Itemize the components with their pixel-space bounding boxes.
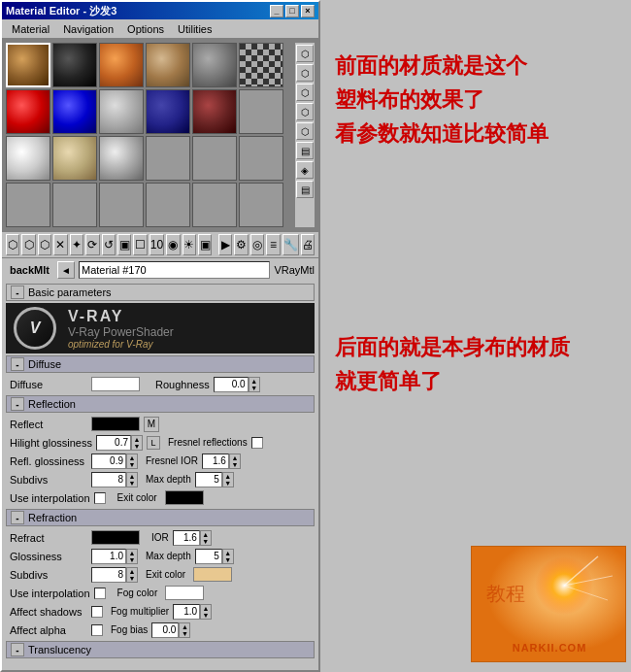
fog-mult-spin[interactable]: ▲▼ xyxy=(200,604,212,620)
refl-collapse[interactable]: - xyxy=(11,397,24,411)
material-name-input[interactable] xyxy=(79,261,270,279)
show-map-btn[interactable]: ▣ xyxy=(117,234,131,255)
preview-cell-13[interactable] xyxy=(52,136,97,181)
fresnel-ior-spin[interactable]: ▲▼ xyxy=(229,454,241,469)
num-btn[interactable]: 10 xyxy=(149,234,164,255)
affect-alpha-checkbox[interactable] xyxy=(91,624,103,636)
refl-gloss-spin[interactable]: ▲▼ xyxy=(126,454,138,469)
reset-btn[interactable]: ↺ xyxy=(102,234,116,255)
preview-cell-9[interactable] xyxy=(146,89,190,134)
refr-subdivs-spin[interactable]: ▲▼ xyxy=(126,567,138,583)
reflect-m-btn[interactable]: M xyxy=(144,417,159,432)
preview-cell-23[interactable] xyxy=(239,183,283,227)
max-depth-spin[interactable]: ▲▼ xyxy=(222,472,234,487)
affect-shadows-checkbox[interactable] xyxy=(91,606,103,618)
backlight-btn[interactable]: ☀ xyxy=(183,234,196,255)
refr-subdivs-input[interactable] xyxy=(91,567,126,583)
menu-navigation[interactable]: Navigation xyxy=(57,21,119,37)
fog-bias-spin[interactable]: ▲▼ xyxy=(179,622,190,638)
preview-cell-19[interactable] xyxy=(52,183,97,227)
preview-cell-5[interactable] xyxy=(239,43,283,87)
preview-cell-14[interactable] xyxy=(99,136,144,181)
fresnel-ior-input[interactable] xyxy=(202,454,229,469)
side-btn-7[interactable]: ◈ xyxy=(296,161,314,179)
back-arrow-btn[interactable]: ◄ xyxy=(57,261,75,279)
diffuse-collapse[interactable]: - xyxy=(11,357,24,371)
close-button[interactable]: × xyxy=(301,5,315,17)
maximize-button[interactable]: □ xyxy=(285,5,299,17)
refr-gloss-input[interactable] xyxy=(91,549,126,564)
hilight-spin[interactable]: ▲▼ xyxy=(131,435,143,451)
cleanup-btn[interactable]: 🔧 xyxy=(282,234,299,255)
settings-btn[interactable]: ⚙ xyxy=(234,234,248,255)
menu-material[interactable]: Material xyxy=(6,21,55,37)
side-btn-1[interactable]: ⬡ xyxy=(296,45,314,62)
put-material-btn[interactable]: ⬡ xyxy=(21,234,35,255)
pick-btn[interactable]: ✦ xyxy=(70,234,83,255)
exit-color-swatch[interactable] xyxy=(165,490,204,505)
fog-color-swatch[interactable] xyxy=(165,586,204,600)
preview-cell-6[interactable] xyxy=(6,89,50,134)
trans-collapse[interactable]: - xyxy=(11,643,24,656)
preview-btn[interactable]: ▶ xyxy=(218,234,232,255)
preview-cell-0[interactable] xyxy=(6,43,50,87)
collapse-btn[interactable]: - xyxy=(11,286,24,299)
video-btn[interactable]: ▣ xyxy=(198,234,212,255)
diffuse-color-swatch[interactable] xyxy=(91,377,140,391)
preview-cell-3[interactable] xyxy=(146,43,190,87)
hilight-input[interactable] xyxy=(96,435,131,451)
refract-color-swatch[interactable] xyxy=(91,530,140,545)
print-btn[interactable]: 🖨 xyxy=(301,234,315,255)
put-material2-btn[interactable]: ⬡ xyxy=(38,234,51,255)
get-material-btn[interactable]: ⬡ xyxy=(6,234,19,255)
use-interp-refr-checkbox[interactable] xyxy=(94,588,106,599)
preview-cell-21[interactable] xyxy=(146,183,190,227)
refr-collapse[interactable]: - xyxy=(11,511,24,524)
preview-cell-16[interactable] xyxy=(192,136,237,181)
preview-cell-7[interactable] xyxy=(52,89,97,134)
exit-color-refr-swatch[interactable] xyxy=(193,567,232,582)
refr-ior-spin[interactable]: ▲▼ xyxy=(200,530,212,546)
fresnel-checkbox[interactable] xyxy=(251,437,263,449)
subdivs-input[interactable] xyxy=(91,472,126,487)
select-btn[interactable]: ◎ xyxy=(250,234,264,255)
reflect-color-swatch[interactable] xyxy=(91,417,140,431)
side-btn-3[interactable]: ⬡ xyxy=(296,84,314,101)
type-btn[interactable]: ◉ xyxy=(166,234,180,255)
side-btn-8[interactable]: ▤ xyxy=(296,181,314,198)
side-btn-5[interactable]: ⬡ xyxy=(296,122,314,140)
fog-mult-input[interactable] xyxy=(173,604,200,620)
subdivs-spin[interactable]: ▲▼ xyxy=(126,472,138,487)
preview-cell-17[interactable] xyxy=(239,136,283,181)
menu-utilities[interactable]: Utilities xyxy=(172,21,217,37)
fog-bias-input[interactable] xyxy=(151,622,179,638)
preview-cell-22[interactable] xyxy=(192,183,237,227)
refr-gloss-spin[interactable]: ▲▼ xyxy=(126,549,138,564)
preview-cell-18[interactable] xyxy=(6,183,50,227)
side-btn-2[interactable]: ⬡ xyxy=(296,64,314,82)
preview-cell-2[interactable] xyxy=(99,43,144,87)
hilight-l-btn[interactable]: L xyxy=(147,436,160,450)
refr-ior-input[interactable] xyxy=(173,530,200,546)
side-btn-6[interactable]: ▤ xyxy=(296,142,314,159)
preview-cell-12[interactable] xyxy=(6,136,50,181)
delete-btn[interactable]: ✕ xyxy=(53,234,67,255)
preview-cell-8[interactable] xyxy=(99,89,144,134)
preview-cell-20[interactable] xyxy=(99,183,144,227)
preview-cell-4[interactable] xyxy=(192,43,237,87)
roughness-input[interactable] xyxy=(214,377,249,392)
roughness-spin-btn[interactable]: ▲▼ xyxy=(249,377,260,392)
refl-gloss-input[interactable] xyxy=(91,454,126,469)
preview-cell-11[interactable] xyxy=(239,89,283,134)
preview-cell-10[interactable] xyxy=(192,89,237,134)
side-btn-4[interactable]: ⬡ xyxy=(296,103,314,120)
options-btn[interactable]: ⟳ xyxy=(85,234,99,255)
refr-max-depth-spin[interactable]: ▲▼ xyxy=(222,549,234,564)
preview-cell-15[interactable] xyxy=(146,136,190,181)
background-btn[interactable]: ☐ xyxy=(133,234,147,255)
use-interp-checkbox[interactable] xyxy=(94,492,106,504)
preview-cell-1[interactable] xyxy=(52,43,97,87)
minimize-button[interactable]: _ xyxy=(270,5,283,17)
menu-options[interactable]: Options xyxy=(121,21,170,37)
effects-btn[interactable]: ≡ xyxy=(266,234,280,255)
